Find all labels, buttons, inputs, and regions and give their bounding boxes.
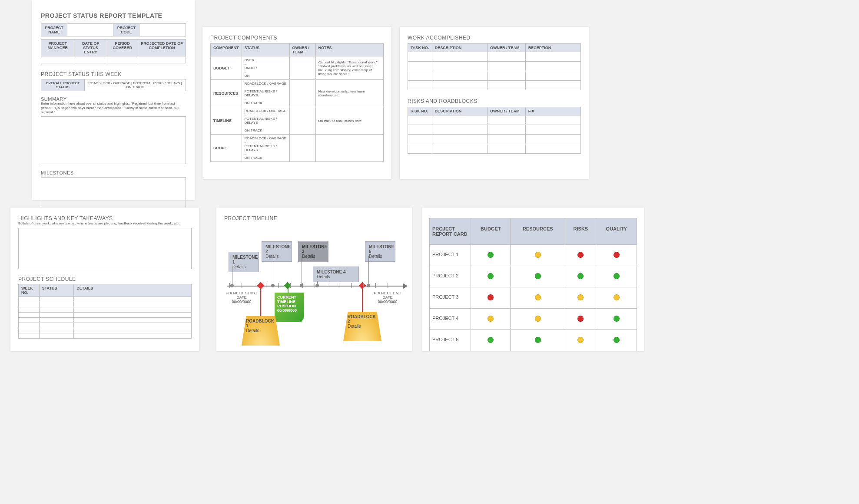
components-title: PROJECT COMPONENTS [210,35,384,41]
cell-dose[interactable] [74,56,107,63]
table-row[interactable] [19,333,192,339]
schedule-col-details: DETAILS [74,284,192,297]
milestone-1-title: MILESTONE 1 [232,255,255,264]
component-owner[interactable] [289,80,315,107]
status-dot-icon [577,252,584,258]
component-status: OVER - UNDER - ON [242,56,289,80]
table-row[interactable] [408,81,581,90]
rc-col-budget: BUDGET [471,218,511,245]
table-row[interactable] [408,52,581,62]
components-col-status: STATUS [242,44,289,56]
table-row: PROJECT 2 [430,266,637,287]
component-owner[interactable] [289,107,315,135]
timeline-tick [351,283,352,288]
component-owner[interactable] [289,56,315,80]
timeline-tick [339,283,339,288]
rc-cell [596,287,637,309]
table-row[interactable] [19,318,192,323]
table-row[interactable] [408,144,581,154]
milestone-5-dot [367,284,370,287]
page1-row2: PROJECT MANAGER DATE OF STATUS ENTRY PER… [41,39,186,63]
table-row[interactable] [19,323,192,328]
status-opt-1: ROADBLOCK / OVERAGE [88,81,130,85]
status-dot-icon [614,252,620,258]
table-row[interactable] [19,328,192,333]
rc-col-risks: RISKS [565,218,596,245]
table-row[interactable] [408,115,581,125]
page-4: HIGHLIGHTS AND KEY TAKEAWAYS Bullets of … [10,208,199,351]
page-3: WORK ACCOMPLISHED TASK NO. DESCRIPTION O… [400,27,589,179]
risk-col-no: RISK NO. [408,107,432,115]
components-col-component: COMPONENT [211,44,242,56]
rc-cell [471,245,511,266]
current-position-box: CURRENT TIMELINE POSITION 00/00/0000 [275,293,304,322]
risk-title: RISKS AND ROADBLOCKS [408,98,581,104]
table-row[interactable] [19,302,192,307]
status-dot-icon [577,294,584,300]
roadblock-2-line [362,287,363,313]
status-dot-icon [535,316,541,322]
table-row: PROJECT 1 [430,245,637,266]
rc-cell [565,287,596,309]
table-row[interactable] [19,307,192,313]
rc-cell [511,287,565,309]
summary-hint: Enter information here about overall sta… [41,102,186,115]
cell-period[interactable] [107,56,138,63]
report-card-header: PROJECT REPORT CARD BUDGET RESOURCES RIS… [430,218,637,245]
status-dot-icon [577,337,584,343]
timeline-tick [254,283,254,288]
component-status: ROADBLOCK / OVERAGE - POTENTIAL RISKS / … [242,80,289,107]
milestone-4: MILESTONE 4 Details [313,267,359,282]
table-row[interactable] [408,135,581,144]
work-col-task: TASK NO. [408,44,432,52]
component-status: ROADBLOCK / OVERAGE - POTENTIAL RISKS / … [242,135,289,162]
component-owner[interactable] [289,135,315,162]
table-row[interactable] [408,125,581,135]
rc-cell [596,330,637,351]
status-dot-icon [535,252,541,258]
cell-pm[interactable] [41,56,74,63]
milestone-5: MILESTONE 5 Details [365,241,395,262]
cell-completion-label: PROJECTED DATE OF COMPLETION [138,40,186,56]
table-row: PROJECT 3 [430,287,637,309]
milestone-4-title: MILESTONE 4 [317,270,355,274]
cell-project-code-label: PROJECT CODE [113,24,139,36]
status-dot-icon [614,337,620,343]
start-label: PROJECT START DATE [224,291,259,300]
cell-project-code[interactable] [139,24,186,36]
table-row[interactable] [408,62,581,71]
component-notes: On track to final launch date [315,107,384,135]
table-row[interactable] [19,313,192,318]
schedule-col-week: WEEK NO. [19,284,40,297]
cell-project-name[interactable] [67,24,113,36]
rc-project-name: PROJECT 3 [430,287,471,309]
milestone-1: MILESTONE 1 Details [229,252,259,272]
end-label: PROJECT END DATE [370,291,405,300]
rc-project-name: PROJECT 1 [430,245,471,266]
timeline-tick [388,283,388,288]
status-dot-icon [535,294,541,300]
component-notes [315,135,384,162]
milestone-5-stem [368,256,369,286]
current-date: 00/00/0000 [277,308,302,313]
rc-cell [471,287,511,309]
summary-box[interactable] [41,116,186,164]
highlights-box[interactable] [18,228,192,269]
milestone-1-sub: Details [232,264,255,269]
table-row[interactable] [408,71,581,81]
status-this-week-title: PROJECT STATUS THIS WEEK [41,71,186,77]
table-row: BUDGET OVER - UNDER - ON Call out highli… [211,56,384,80]
rc-cell [511,266,565,287]
schedule-table: WEEK NO. STATUS DETAILS [18,284,192,339]
table-row[interactable] [19,297,192,302]
cell-completion[interactable] [138,56,186,63]
risk-col-owner: OWNER / TEAM [488,107,526,115]
rc-col-quality: QUALITY [596,218,637,245]
overall-status-label: OVERALL PROJECT STATUS [41,79,85,91]
component-name: SCOPE [211,135,242,162]
milestone-5-title: MILESTONE 5 [369,244,391,254]
table-row: PROJECT 5 [430,330,637,351]
roadblock-1-box: ROADBLOCK 1 Details [242,316,280,346]
roadblock-2-title: ROADBLOCK 2 [348,314,377,324]
table-row: SCOPE ROADBLOCK / OVERAGE - POTENTIAL RI… [211,135,384,162]
